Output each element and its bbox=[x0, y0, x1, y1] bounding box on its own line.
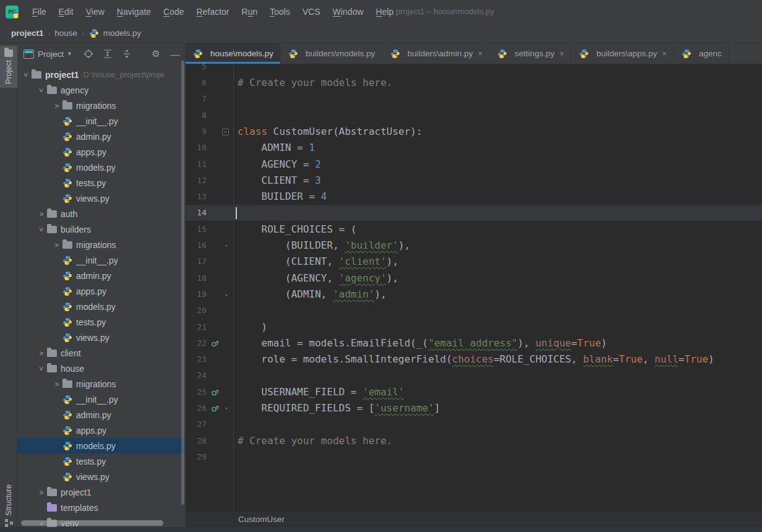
line-number[interactable]: 29 bbox=[186, 449, 207, 465]
tree-item-templates[interactable]: templates bbox=[17, 500, 186, 515]
menu-code[interactable]: Code bbox=[157, 5, 190, 19]
tree-vertical-scrollbar[interactable] bbox=[181, 61, 184, 505]
tree-item-house[interactable]: >house bbox=[17, 361, 186, 376]
fold-up-icon[interactable]: ▴ bbox=[222, 291, 231, 298]
line-number[interactable]: 8 bbox=[186, 108, 207, 124]
chevron-expanded-icon[interactable]: > bbox=[38, 364, 45, 374]
settings-gear-icon[interactable]: ⚙ bbox=[150, 48, 161, 59]
code-line[interactable]: (BUILDER, 'builder'), bbox=[238, 238, 410, 254]
fold-down-icon[interactable]: ▾ bbox=[222, 405, 231, 411]
menu-refactor[interactable]: Refactor bbox=[191, 5, 236, 19]
menu-view[interactable]: View bbox=[80, 5, 111, 19]
tree-item-migrations[interactable]: >migrations bbox=[17, 237, 186, 252]
tree-item-__init__-py[interactable]: __init__.py bbox=[17, 252, 186, 268]
chevron-collapsed-icon[interactable]: > bbox=[52, 380, 62, 388]
breadcrumb-house[interactable]: house bbox=[52, 27, 80, 39]
tree-item-client[interactable]: >client bbox=[17, 345, 186, 361]
chevron-collapsed-icon[interactable]: > bbox=[36, 489, 46, 496]
line-number[interactable]: 21 bbox=[186, 319, 207, 335]
tree-item-apps-py[interactable]: apps.py bbox=[17, 144, 186, 160]
line-number[interactable]: 24 bbox=[186, 367, 207, 384]
project-view-selector[interactable]: Project bbox=[38, 49, 64, 59]
tree-item-auth[interactable]: >auth bbox=[17, 206, 186, 221]
code-line[interactable]: ADMIN = 1 bbox=[238, 140, 315, 156]
code-line[interactable]: (CLIENT, 'client'), bbox=[238, 254, 398, 270]
tree-item-tests-py[interactable]: tests.py bbox=[17, 175, 186, 191]
close-icon[interactable]: × bbox=[662, 49, 667, 58]
line-number[interactable]: 9 bbox=[186, 124, 207, 140]
tree-item-__init__-py[interactable]: __init__.py bbox=[17, 113, 186, 129]
code-line[interactable]: # Create your models here. bbox=[238, 433, 392, 449]
code-line[interactable]: REQUIRED_FIELDS = ['username'] bbox=[238, 400, 440, 416]
menu-vcs[interactable]: VCS bbox=[296, 5, 327, 19]
line-number[interactable]: 26 bbox=[186, 400, 207, 416]
tree-item-agency[interactable]: >agency bbox=[17, 82, 186, 98]
editor-tab-settings-py[interactable]: settings.py× bbox=[490, 43, 572, 64]
editor-tab-builders-admin-py[interactable]: builders\admin.py× bbox=[383, 43, 490, 64]
code-line[interactable]: email = models.EmailField(_("email addre… bbox=[238, 335, 607, 351]
overrides-icon[interactable] bbox=[211, 388, 220, 397]
menu-navigate[interactable]: Navigate bbox=[111, 5, 157, 19]
line-number[interactable]: 14 bbox=[186, 205, 207, 221]
tree-item-models-py[interactable]: models.py bbox=[17, 299, 186, 314]
chevron-down-icon[interactable]: ▼ bbox=[67, 51, 72, 57]
line-number[interactable]: 25 bbox=[186, 384, 207, 400]
breadcrumb-project1[interactable]: project1 bbox=[9, 27, 46, 39]
line-number[interactable]: 11 bbox=[186, 157, 207, 173]
close-icon[interactable]: × bbox=[560, 49, 565, 58]
line-number[interactable]: 7 bbox=[186, 91, 207, 107]
line-number[interactable]: 28 bbox=[186, 433, 207, 449]
code-line[interactable]: AGENCY = 2 bbox=[238, 157, 321, 173]
chevron-collapsed-icon[interactable]: > bbox=[52, 241, 62, 249]
code-line[interactable]: class CustomUser(AbstractUser): bbox=[238, 124, 422, 140]
code-line[interactable]: BUILDER = 4 bbox=[238, 189, 327, 205]
code-editor[interactable]: 56# Create your models here.789−class Cu… bbox=[186, 64, 762, 511]
tree-item-__init__-py[interactable]: __init__.py bbox=[17, 392, 186, 407]
expand-all-icon[interactable] bbox=[102, 48, 113, 59]
close-icon[interactable]: × bbox=[477, 49, 482, 58]
overrides-icon[interactable] bbox=[211, 339, 220, 348]
code-line[interactable]: role = models.SmallIntegerField(choices=… bbox=[238, 351, 714, 367]
chevron-collapsed-icon[interactable]: > bbox=[36, 350, 46, 357]
tree-item-apps-py[interactable]: apps.py bbox=[17, 283, 186, 299]
overrides-icon[interactable] bbox=[211, 404, 220, 413]
tree-item-tests-py[interactable]: tests.py bbox=[17, 453, 186, 469]
menu-window[interactable]: Window bbox=[327, 5, 370, 19]
line-number[interactable]: 6 bbox=[186, 75, 207, 91]
line-number[interactable]: 15 bbox=[186, 221, 207, 238]
line-number[interactable]: 22 bbox=[186, 335, 207, 351]
editor-tab-house-models-py[interactable]: house\models.py bbox=[186, 43, 281, 64]
code-line[interactable]: CLIENT = 3 bbox=[238, 173, 321, 189]
breadcrumb-models-py[interactable]: models.py bbox=[101, 27, 144, 39]
code-line[interactable]: (AGENCY, 'agency'), bbox=[238, 270, 398, 286]
line-number[interactable]: 27 bbox=[186, 416, 207, 432]
menu-tools[interactable]: Tools bbox=[263, 5, 296, 19]
menu-file[interactable]: File bbox=[26, 5, 53, 19]
code-line[interactable]: USERNAME_FIELD = 'email' bbox=[238, 384, 405, 400]
tool-stripe-structure-button[interactable]: Structure bbox=[0, 481, 17, 531]
tree-item-models-py[interactable]: models.py bbox=[17, 160, 186, 175]
tree-item-apps-py[interactable]: apps.py bbox=[17, 423, 186, 438]
code-line[interactable]: # Create your models here. bbox=[238, 75, 392, 91]
collapse-all-icon[interactable] bbox=[121, 48, 132, 59]
tree-item-admin-py[interactable]: admin.py bbox=[17, 268, 186, 283]
line-number[interactable]: 10 bbox=[186, 140, 207, 156]
tree-item-project1[interactable]: >project1D:\house_project\proje bbox=[17, 67, 186, 82]
tree-item-models-py[interactable]: models.py bbox=[17, 438, 186, 453]
select-opened-file-icon[interactable] bbox=[83, 48, 94, 59]
editor-tab-builders-models-py[interactable]: builders\models.py bbox=[281, 43, 383, 64]
tree-item-project1[interactable]: >project1 bbox=[17, 484, 186, 500]
tree-item-views-py[interactable]: views.py bbox=[17, 191, 186, 206]
editor-tab-builders-apps-py[interactable]: builders\apps.py× bbox=[572, 43, 674, 64]
chevron-expanded-icon[interactable]: > bbox=[22, 70, 30, 80]
chevron-collapsed-icon[interactable]: > bbox=[36, 210, 46, 218]
tree-item-builders[interactable]: >builders bbox=[17, 221, 186, 237]
line-number[interactable]: 19 bbox=[186, 286, 207, 302]
fold-collapse-icon[interactable]: − bbox=[222, 129, 229, 135]
line-number[interactable]: 13 bbox=[186, 189, 207, 205]
code-line[interactable]: ) bbox=[238, 319, 267, 335]
hide-panel-icon[interactable]: — bbox=[169, 48, 181, 59]
editor-tab-agenc[interactable]: agenc bbox=[674, 43, 729, 64]
code-line[interactable]: ROLE_CHOICES = ( bbox=[238, 221, 357, 238]
line-number[interactable]: 23 bbox=[186, 351, 207, 367]
